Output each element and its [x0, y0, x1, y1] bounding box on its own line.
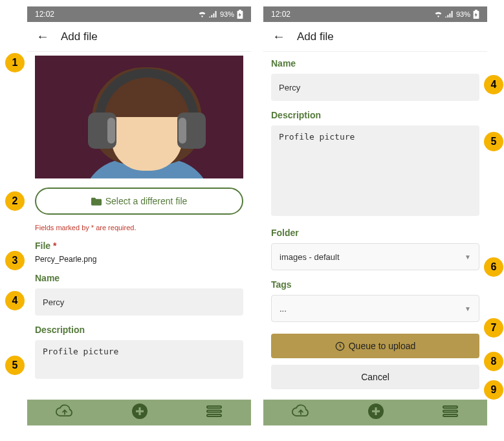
app-bar: ← Add file	[263, 22, 487, 52]
nav-menu-icon[interactable]	[442, 405, 459, 420]
callout-badge: 3	[5, 251, 25, 270]
content-right: Name Description Folder images - default…	[263, 52, 487, 400]
back-icon[interactable]: ←	[272, 29, 285, 44]
status-time: 12:02	[271, 10, 290, 19]
battery-icon	[237, 10, 243, 19]
status-time: 12:02	[35, 10, 54, 19]
signal-icon	[209, 11, 217, 17]
callout-badge: 2	[5, 191, 25, 211]
callout-badge: 1	[5, 53, 25, 72]
phone-screen-right: 12:02 93% ← Add file Name Description Fo…	[263, 6, 487, 425]
queue-upload-label: Queue to upload	[349, 341, 416, 351]
callout-badge: 7	[484, 318, 503, 338]
callout-badge: 9	[484, 380, 503, 400]
description-field-label: Description	[271, 110, 479, 120]
nav-add-icon[interactable]	[367, 403, 384, 422]
callout-badge: 5	[5, 356, 25, 375]
select-different-file-button[interactable]: Select a different file	[35, 188, 243, 215]
nav-add-icon[interactable]	[131, 403, 148, 422]
app-bar: ← Add file	[27, 22, 251, 52]
nav-menu-icon[interactable]	[206, 405, 223, 420]
cancel-button[interactable]: Cancel	[271, 365, 479, 389]
svg-rect-2	[207, 411, 221, 413]
folder-select-value: images - default	[279, 252, 340, 262]
tags-field-label: Tags	[271, 279, 479, 290]
page-title: Add file	[61, 30, 98, 43]
name-input[interactable]	[35, 288, 243, 316]
status-icons: 93%	[434, 10, 479, 19]
bottom-nav	[263, 400, 487, 425]
file-field-value: Percy_Pearle.png	[35, 255, 243, 264]
content-left: Select a different file Fields marked by…	[27, 52, 251, 400]
name-field-label: Name	[35, 273, 243, 283]
page-title: Add file	[297, 30, 334, 43]
folder-field-label: Folder	[271, 228, 479, 238]
svg-rect-8	[443, 414, 457, 416]
battery-icon	[473, 10, 479, 19]
callout-badge: 4	[484, 75, 503, 94]
folder-icon	[91, 197, 102, 206]
name-field-label: Name	[271, 58, 479, 69]
status-bar: 12:02 93%	[263, 6, 487, 22]
nav-upload-icon[interactable]	[56, 404, 74, 421]
select-file-label: Select a different file	[105, 196, 188, 206]
wifi-icon	[434, 11, 443, 17]
svg-rect-7	[443, 411, 457, 413]
status-icons: 93%	[198, 10, 243, 19]
back-icon[interactable]: ←	[36, 29, 49, 44]
description-field-label: Description	[35, 325, 243, 335]
file-field-label: File *	[35, 241, 243, 251]
nav-upload-icon[interactable]	[292, 404, 310, 421]
bottom-nav	[27, 400, 251, 425]
callout-badge: 8	[484, 352, 503, 371]
chevron-down-icon: ▼	[465, 253, 471, 261]
description-textarea[interactable]	[271, 125, 479, 216]
battery-text: 93%	[220, 10, 234, 18]
battery-text: 93%	[456, 10, 470, 18]
svg-rect-3	[207, 414, 221, 416]
name-input[interactable]	[271, 74, 479, 101]
required-fields-note: Fields marked by * are required.	[35, 224, 243, 231]
svg-rect-6	[443, 406, 457, 408]
chevron-down-icon: ▼	[465, 305, 471, 312]
callout-badge: 5	[484, 132, 503, 151]
file-preview-image	[35, 56, 243, 178]
svg-rect-1	[207, 406, 221, 408]
clock-icon	[335, 341, 345, 351]
description-textarea[interactable]	[35, 340, 243, 379]
wifi-icon	[198, 11, 206, 17]
callout-badge: 4	[5, 291, 25, 310]
signal-icon	[445, 11, 454, 17]
status-bar: 12:02 93%	[27, 6, 251, 22]
tags-select-value: ...	[279, 304, 287, 314]
queue-upload-button[interactable]: Queue to upload	[271, 334, 479, 358]
folder-select[interactable]: images - default ▼	[271, 243, 479, 270]
phone-screen-left: 12:02 93% ← Add file Select a different …	[27, 6, 251, 425]
callout-badge: 6	[484, 257, 503, 277]
tags-select[interactable]: ... ▼	[271, 295, 479, 322]
